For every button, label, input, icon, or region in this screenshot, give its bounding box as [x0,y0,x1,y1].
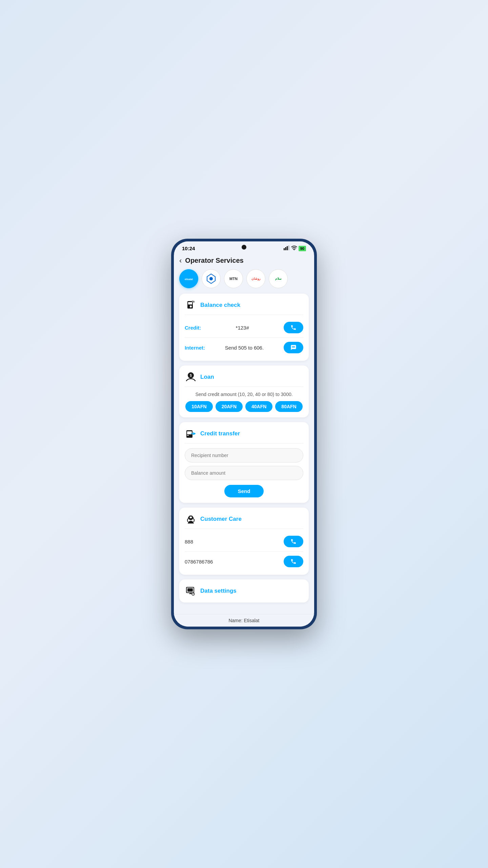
phone-frame: 10:24 [171,239,317,629]
credit-transfer-icon [185,428,197,440]
loan-icon: $ [185,371,197,383]
customer-care-icon [185,513,197,525]
recipient-number-input[interactable] [185,448,303,462]
balance-check-icon [185,299,197,311]
svg-rect-0 [284,248,285,250]
balance-amount-input[interactable] [185,466,303,480]
svg-rect-3 [288,245,289,250]
loan-btn-40afn[interactable]: 40AFN [245,401,272,412]
svg-text:$: $ [190,374,192,377]
internet-chat-button[interactable] [284,342,303,353]
battery-icon: 90 [299,246,306,251]
page-title: Operator Services [185,257,243,264]
signal-icon [284,245,290,251]
loan-btn-10afn[interactable]: 10AFN [185,401,212,412]
operators-row: etisalat MTN روشان سلام [179,269,309,288]
credit-row: Credit: *123# [185,320,303,335]
back-button[interactable]: ‹ [179,257,182,264]
status-icons: 90 [284,245,306,251]
data-settings-title: Data settings [200,588,237,594]
loan-header: $ Loan [185,371,303,387]
svg-rect-10 [188,302,192,304]
svg-rect-2 [287,246,288,250]
svg-rect-1 [285,247,286,250]
divider [185,337,303,338]
content-area: ‹ Operator Services etisalat [174,253,314,614]
footer-text: Name: Etisalat [228,618,259,623]
loan-title: Loan [200,374,214,380]
credit-value: *123# [201,325,284,331]
credit-label: Credit: [185,325,201,331]
loan-btn-20afn[interactable]: 20AFN [216,401,243,412]
svg-point-11 [190,305,192,308]
internet-label: Internet: [185,345,205,351]
credit-transfer-header: Credit transfer [185,428,303,443]
svg-rect-17 [187,435,189,436]
wifi-icon [291,245,297,251]
loan-options: 10AFN 20AFN 40AFN 80AFN [185,401,303,412]
care-number-888-row: 888 [185,534,303,549]
credit-call-button[interactable] [284,322,303,333]
care-888-call-button[interactable] [284,536,303,547]
operator-roshan[interactable]: روشان [246,269,265,288]
operator-awcc[interactable] [202,269,221,288]
care-number-0786: 0786786786 [185,559,213,565]
svg-rect-22 [187,588,193,592]
internet-row: Internet: Send 505 to 606. [185,340,303,355]
footer-bar: Name: Etisalat [174,614,314,627]
camera-notch [242,245,246,250]
internet-value: Send 505 to 606. [205,345,284,351]
send-button[interactable]: Send [224,485,264,497]
svg-point-27 [193,594,193,595]
balance-check-title: Balance check [200,302,240,309]
care-number-0786-row: 0786786786 [185,554,303,569]
credit-transfer-title: Credit transfer [200,430,240,437]
operator-salaam[interactable]: سلام [269,269,288,288]
customer-care-header: Customer Care [185,513,303,529]
page-header: ‹ Operator Services [179,253,309,269]
svg-point-4 [294,250,294,250]
phone-screen: 10:24 [174,241,314,627]
operator-etisalat[interactable]: etisalat [179,269,198,288]
svg-text:etisalat: etisalat [185,278,193,280]
data-settings-header: Data settings [185,585,303,597]
balance-check-card: Balance check Credit: *123# Internet: Se… [179,294,309,361]
credit-transfer-card: Credit transfer Send [179,422,309,503]
care-0786-call-button[interactable] [284,556,303,567]
customer-care-card: Customer Care 888 0786786786 [179,508,309,575]
balance-check-header: Balance check [185,299,303,315]
divider-care [185,551,303,552]
operator-mtn[interactable]: MTN [224,269,243,288]
loan-description: Send credit amount (10, 20, 40 or 80) to… [185,392,303,397]
data-settings-icon [185,585,197,597]
loan-btn-80afn[interactable]: 80AFN [275,401,302,412]
loan-card: $ Loan Send credit amount (10, 20, 40 or… [179,366,309,417]
care-number-888: 888 [185,539,193,545]
status-bar: 10:24 [174,241,314,253]
status-time: 10:24 [182,245,195,251]
customer-care-title: Customer Care [200,516,242,522]
data-settings-card: Data settings [179,579,309,603]
svg-point-8 [209,277,213,280]
